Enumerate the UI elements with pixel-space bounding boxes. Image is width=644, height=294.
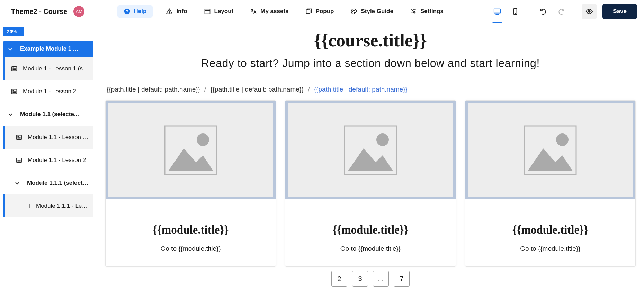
card-link[interactable]: Go to {{module.title}} bbox=[472, 245, 628, 252]
breadcrumb: {{path.title | default: path.name}} / {{… bbox=[107, 86, 636, 93]
lesson-item[interactable]: Module 1 - Lesson 2 bbox=[3, 80, 93, 103]
svg-rect-12 bbox=[494, 9, 500, 13]
page-title: Theme2 - Course bbox=[11, 8, 67, 16]
eye-icon bbox=[585, 8, 593, 15]
preview-button[interactable] bbox=[582, 4, 597, 19]
card-link[interactable]: Go to {{module.title}} bbox=[292, 245, 448, 252]
card-title: {{module.title}} bbox=[472, 224, 628, 236]
svg-point-8 bbox=[353, 10, 354, 11]
toolbar: ? Help Info Layout My assets Popup Style… bbox=[91, 5, 473, 18]
lesson-label: Module 1 - Lesson 1 (s... bbox=[23, 65, 89, 72]
course-subtitle: Ready to start? Jump into a section down… bbox=[105, 57, 636, 70]
chevron-down-icon bbox=[8, 112, 13, 117]
svg-point-3 bbox=[169, 12, 170, 13]
help-button[interactable]: ? Help bbox=[117, 5, 153, 18]
layout-label: Layout bbox=[214, 8, 234, 15]
undo-button[interactable] bbox=[536, 4, 551, 19]
card-link[interactable]: Go to {{module.title}} bbox=[113, 245, 269, 252]
lesson-icon bbox=[11, 66, 17, 72]
svg-point-40 bbox=[376, 133, 389, 146]
progress-bar: 20% bbox=[3, 27, 93, 36]
header-left: Theme2 - Course AM bbox=[11, 6, 84, 17]
breadcrumb-segment[interactable]: {{path.title | default: path.name}} bbox=[107, 86, 200, 93]
svg-point-9 bbox=[355, 10, 355, 11]
module-header[interactable]: Example Module 1 ... bbox=[3, 41, 93, 57]
mobile-view-button[interactable] bbox=[508, 4, 523, 19]
svg-point-11 bbox=[413, 11, 415, 13]
svg-rect-4 bbox=[205, 9, 210, 14]
lesson-icon bbox=[24, 203, 30, 209]
layout-button[interactable]: Layout bbox=[200, 6, 237, 17]
svg-point-42 bbox=[556, 133, 569, 146]
image-placeholder-icon bbox=[163, 124, 218, 176]
popup-button[interactable]: Popup bbox=[302, 6, 338, 17]
page-button[interactable]: 2 bbox=[331, 271, 347, 287]
lesson-label: Module 1.1 - Lesson 1... bbox=[28, 134, 89, 141]
assets-button[interactable]: My assets bbox=[247, 6, 292, 17]
warning-triangle-icon bbox=[166, 8, 173, 15]
submodule-label: Module 1.1 (selecte... bbox=[20, 111, 89, 118]
page-button[interactable]: 3 bbox=[352, 271, 368, 287]
svg-rect-6 bbox=[306, 10, 310, 14]
chevron-down-icon bbox=[15, 180, 20, 186]
progress-label: 20% bbox=[4, 27, 24, 36]
page-button[interactable]: 7 bbox=[394, 271, 410, 287]
lesson-label: Module 1.1.1 - Les... bbox=[36, 202, 89, 209]
module-card[interactable]: {{module.title}} Go to {{module.title}} bbox=[465, 100, 636, 267]
chevron-down-icon bbox=[8, 46, 13, 52]
mobile-icon bbox=[511, 8, 519, 15]
desktop-icon bbox=[493, 8, 501, 15]
help-circle-icon: ? bbox=[124, 8, 131, 15]
divider bbox=[483, 5, 483, 18]
info-button[interactable]: Info bbox=[162, 6, 190, 17]
layout-icon bbox=[204, 8, 211, 15]
palette-icon bbox=[350, 8, 357, 15]
card-body: {{module.title}} Go to {{module.title}} bbox=[465, 199, 635, 266]
breadcrumb-segment[interactable]: {{path.title | default: path.name}} bbox=[210, 86, 304, 93]
submodule-label: Module 1.1.1 (selecte... bbox=[27, 180, 89, 187]
lesson-item[interactable]: Module 1.1 - Lesson 1... bbox=[3, 126, 93, 149]
save-button[interactable]: Save bbox=[602, 4, 637, 19]
page-ellipsis[interactable]: ... bbox=[373, 271, 389, 287]
avatar[interactable]: AM bbox=[73, 6, 84, 17]
lesson-item[interactable]: Module 1.1.1 - Les... bbox=[3, 194, 93, 217]
desktop-view-button[interactable] bbox=[490, 4, 505, 19]
header-right: Save bbox=[480, 4, 637, 19]
divider bbox=[575, 5, 575, 18]
breadcrumb-segment-current: {{path.title | default: path.name}} bbox=[314, 86, 408, 93]
body: 20% Example Module 1 ... Module 1 - Less… bbox=[0, 23, 644, 294]
submodule-header[interactable]: Module 1.1 (selecte... bbox=[3, 103, 93, 126]
card-image-placeholder bbox=[285, 101, 455, 199]
lesson-label: Module 1 - Lesson 2 bbox=[23, 88, 89, 95]
lesson-icon bbox=[16, 134, 22, 140]
card-body: {{module.title}} Go to {{module.title}} bbox=[106, 199, 276, 266]
module-card[interactable]: {{module.title}} Go to {{module.title}} bbox=[285, 100, 456, 267]
lesson-icon bbox=[11, 88, 17, 95]
style-label: Style Guide bbox=[361, 8, 393, 15]
image-placeholder-icon bbox=[522, 124, 578, 176]
lesson-icon bbox=[16, 157, 22, 163]
svg-point-7 bbox=[352, 11, 353, 12]
main-canvas: {{course.title}} Ready to start? Jump in… bbox=[97, 23, 644, 294]
popup-label: Popup bbox=[316, 8, 334, 15]
breadcrumb-sep: / bbox=[204, 86, 206, 93]
module-card[interactable]: {{module.title}} Go to {{module.title}} bbox=[105, 100, 276, 267]
lesson-item[interactable]: Module 1 - Lesson 1 (s... bbox=[3, 57, 93, 80]
card-image-placeholder bbox=[106, 101, 276, 199]
lesson-item[interactable]: Module 1.1 - Lesson 2 bbox=[3, 149, 93, 172]
card-title: {{module.title}} bbox=[113, 224, 269, 236]
svg-point-38 bbox=[197, 133, 209, 146]
module-header-label: Example Module 1 ... bbox=[20, 45, 78, 52]
pagination: 2 3 ... 7 bbox=[105, 271, 636, 287]
settings-button[interactable]: Settings bbox=[406, 6, 447, 17]
settings-label: Settings bbox=[420, 8, 444, 15]
course-title: {{course.title}} bbox=[105, 30, 636, 51]
style-guide-button[interactable]: Style Guide bbox=[347, 6, 397, 17]
translate-icon bbox=[250, 8, 257, 15]
redo-button[interactable] bbox=[554, 4, 569, 19]
popup-icon bbox=[305, 8, 312, 15]
submodule-header[interactable]: Module 1.1.1 (selecte... bbox=[3, 172, 93, 194]
image-placeholder-icon bbox=[343, 124, 398, 176]
card-title: {{module.title}} bbox=[292, 224, 448, 236]
lesson-label: Module 1.1 - Lesson 2 bbox=[28, 157, 89, 164]
